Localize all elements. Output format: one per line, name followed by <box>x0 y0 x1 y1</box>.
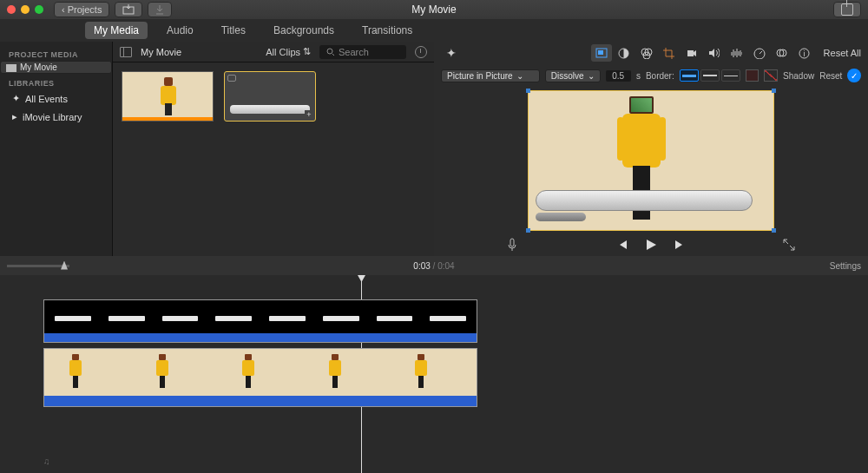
reset-button[interactable]: Reset <box>819 71 842 81</box>
add-icon[interactable]: + <box>305 110 313 119</box>
overlay-tool-icon[interactable] <box>591 44 612 62</box>
tab-transitions[interactable]: Transitions <box>353 22 421 39</box>
tab-my-media[interactable]: My Media <box>85 22 148 39</box>
sidebar-item-imovie-library[interactable]: ▸ iMovie Library <box>0 108 112 126</box>
fullscreen-window-button[interactable] <box>35 5 43 14</box>
speed-icon[interactable] <box>749 44 770 62</box>
overlay-mode-select[interactable]: Picture in Picture⌄ <box>441 69 540 82</box>
sidebar-section-libraries: LIBRARIES <box>0 74 112 89</box>
overlay-small-graphic <box>536 213 586 221</box>
disclosure-triangle-icon: ▸ <box>12 111 17 122</box>
shadow-button[interactable]: Shadow <box>783 71 814 81</box>
tab-backgrounds[interactable]: Backgrounds <box>265 22 343 39</box>
overlay-bar-graphic <box>536 190 753 211</box>
timeline-header: 0:03 / 0:04 Settings <box>0 256 868 275</box>
svg-rect-15 <box>510 239 514 246</box>
search-icon <box>326 48 335 56</box>
toolbar-left: ‹ Projects <box>54 2 172 17</box>
border-thin-button[interactable] <box>721 69 740 82</box>
overlay-options: Picture in Picture⌄ Dissolve⌄ 0.5 s Bord… <box>434 64 868 87</box>
sidebar-item-my-movie[interactable]: My Movie <box>0 61 112 74</box>
timecode: 0:03 / 0:04 <box>413 261 454 271</box>
media-browser: My Movie All Clips⇅ Search + <box>113 42 434 256</box>
clip-thumbnail-1[interactable] <box>122 71 214 122</box>
download-button[interactable] <box>148 2 172 17</box>
svg-point-2 <box>327 49 332 54</box>
window-title: My Movie <box>411 3 456 16</box>
star-icon: ✦ <box>12 93 20 104</box>
color-balance-icon[interactable] <box>614 44 635 62</box>
import-icon <box>122 4 135 15</box>
primary-track-clip[interactable] <box>43 348 477 407</box>
preview-canvas[interactable] <box>434 87 868 233</box>
no-border-button[interactable] <box>764 69 778 82</box>
browser-title: My Movie <box>141 47 257 57</box>
duration-field[interactable]: 0.5 <box>606 70 631 82</box>
source-tabs: My Media Audio Titles Backgrounds Transi… <box>0 19 868 42</box>
minimize-window-button[interactable] <box>21 5 30 14</box>
timeline-settings-button[interactable]: Settings <box>830 261 861 271</box>
share-button[interactable] <box>833 2 861 17</box>
window-controls <box>0 5 50 14</box>
border-label: Border: <box>646 71 674 81</box>
info-icon[interactable]: i <box>794 44 815 62</box>
border-medium-button[interactable] <box>700 69 720 82</box>
transition-select[interactable]: Dissolve⌄ <box>545 69 601 82</box>
sidebar-toggle-icon[interactable] <box>120 47 132 57</box>
svg-text:i: i <box>804 49 806 58</box>
share-icon <box>841 3 853 16</box>
magic-wand-icon[interactable]: ✦ <box>441 44 462 62</box>
border-style-group <box>680 69 740 82</box>
reset-all-button[interactable]: Reset All <box>824 48 861 58</box>
tab-audio[interactable]: Audio <box>158 22 202 39</box>
svg-rect-9 <box>687 50 694 56</box>
close-window-button[interactable] <box>7 5 16 14</box>
crop-icon[interactable] <box>659 44 680 62</box>
clip-filter-dropdown[interactable]: All Clips⇅ <box>266 46 311 57</box>
clock-icon[interactable] <box>415 46 427 58</box>
microphone-icon[interactable] <box>507 238 517 252</box>
import-media-button[interactable] <box>115 2 142 17</box>
border-thick-button[interactable] <box>680 69 699 82</box>
overlay-track-clip[interactable] <box>43 299 477 343</box>
zoom-slider[interactable] <box>7 265 69 267</box>
sidebar-section-project: PROJECT MEDIA <box>0 45 112 61</box>
download-icon <box>155 4 164 15</box>
transport-controls <box>434 233 868 256</box>
prev-button[interactable] <box>616 239 628 251</box>
svg-rect-4 <box>598 50 603 55</box>
volume-icon[interactable] <box>704 44 725 62</box>
viewer-panel: ✦ i Reset All Picture in Picture⌄ Dissol… <box>434 42 868 256</box>
music-note-icon: ♫ <box>43 457 50 466</box>
timeline[interactable]: ♫ <box>0 275 868 473</box>
svg-rect-1 <box>6 64 16 72</box>
next-button[interactable] <box>674 239 686 251</box>
sort-icon: ⇅ <box>303 46 311 57</box>
adjust-toolbar: ✦ i Reset All <box>434 42 868 64</box>
border-color-swatch[interactable] <box>746 69 760 82</box>
camera-icon <box>227 75 236 82</box>
apply-check-button[interactable]: ✓ <box>847 69 861 82</box>
back-projects-button[interactable]: ‹ Projects <box>54 2 109 17</box>
chevron-left-icon: ‹ <box>62 4 65 15</box>
search-input[interactable]: Search <box>319 45 406 59</box>
sidebar-item-all-events[interactable]: ✦ All Events <box>0 89 112 108</box>
chevron-down-icon: ⌄ <box>588 71 595 81</box>
back-label: Projects <box>68 4 102 15</box>
pip-frame[interactable] <box>528 90 774 231</box>
noise-reduction-icon[interactable] <box>727 44 747 62</box>
sidebar: PROJECT MEDIA My Movie LIBRARIES ✦ All E… <box>0 42 113 256</box>
stabilize-icon[interactable] <box>681 44 702 62</box>
clip-thumbnail-2[interactable]: + <box>224 71 316 122</box>
color-correction-icon[interactable] <box>636 44 657 62</box>
play-button[interactable] <box>644 238 658 252</box>
chevron-down-icon: ⌄ <box>516 71 523 81</box>
filter-icon[interactable] <box>772 44 792 62</box>
fullscreen-icon[interactable] <box>783 239 795 251</box>
titlebar: ‹ Projects My Movie <box>0 0 868 19</box>
tab-titles[interactable]: Titles <box>213 22 254 39</box>
clapper-icon <box>6 63 16 72</box>
